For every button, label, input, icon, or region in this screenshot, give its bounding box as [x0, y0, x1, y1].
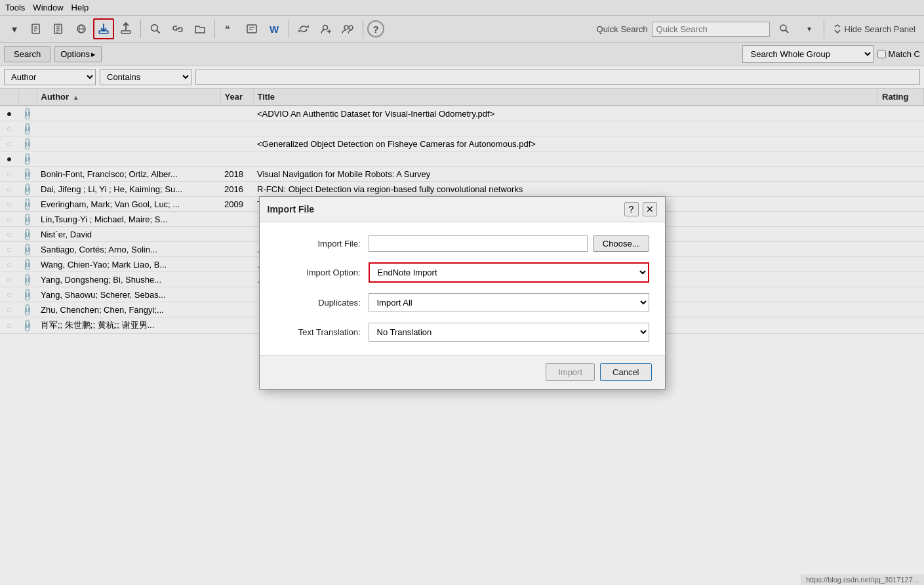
- dialog-overlay: Import File ? ✕ Import File: Choose... I…: [0, 0, 924, 585]
- duplicates-row: Duplicates: Import All Discard Duplicate…: [275, 293, 649, 312]
- dialog-title-actions: ? ✕: [624, 202, 657, 216]
- text-translation-label: Text Translation:: [275, 327, 361, 337]
- choose-file-btn[interactable]: Choose...: [593, 235, 649, 252]
- import-option-row: Import Option: EndNote Import BibTeX RIS…: [275, 262, 649, 283]
- dialog-cancel-btn[interactable]: Cancel: [600, 363, 651, 381]
- dialog-footer: Import Cancel: [260, 355, 665, 389]
- dialog-import-btn[interactable]: Import: [546, 363, 595, 381]
- text-translation-select[interactable]: No Translation Unicode to ASCII ASCII to…: [369, 323, 649, 342]
- dialog-title: Import File: [268, 204, 315, 214]
- import-file-row: Import File: Choose...: [275, 235, 649, 252]
- dialog-titlebar: Import File ? ✕: [260, 197, 665, 222]
- text-translation-row: Text Translation: No Translation Unicode…: [275, 323, 649, 342]
- dialog-body: Import File: Choose... Import Option: En…: [260, 222, 665, 355]
- dialog-close-btn[interactable]: ✕: [643, 202, 657, 216]
- duplicates-select[interactable]: Import All Discard Duplicates Import int…: [369, 293, 649, 312]
- import-file-field: Choose...: [369, 235, 649, 252]
- import-option-label: Import Option:: [275, 268, 361, 277]
- import-option-select[interactable]: EndNote Import BibTeX RIS Reference Mana…: [369, 262, 649, 283]
- import-file-label: Import File:: [275, 239, 361, 249]
- duplicates-label: Duplicates:: [275, 298, 361, 308]
- import-file-dialog: Import File ? ✕ Import File: Choose... I…: [259, 196, 666, 390]
- dialog-help-btn[interactable]: ?: [624, 202, 639, 216]
- import-file-input[interactable]: [369, 235, 588, 252]
